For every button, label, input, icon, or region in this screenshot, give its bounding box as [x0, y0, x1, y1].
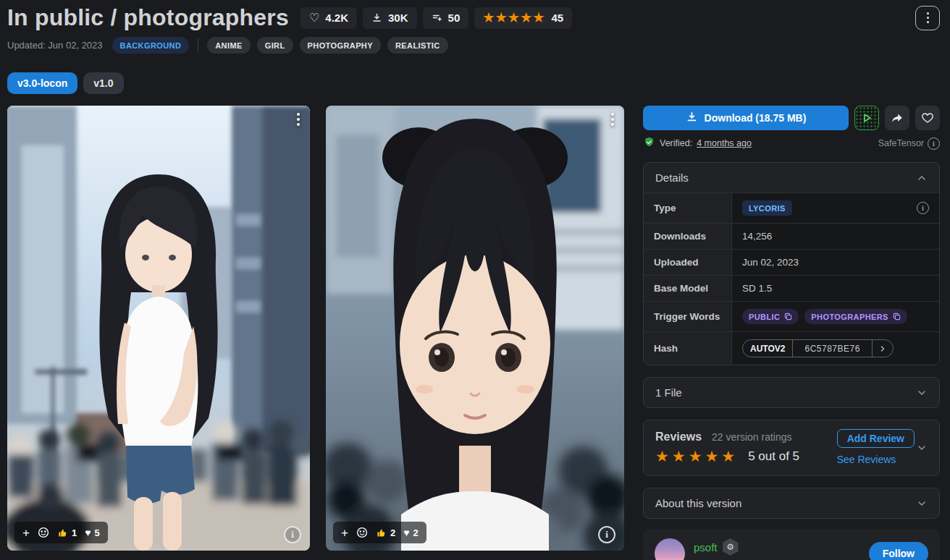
- download-icon: [371, 12, 382, 23]
- rating-stat[interactable]: ★★★★★ 45: [474, 7, 572, 29]
- trigger-word-text: PUBLIC: [749, 313, 780, 321]
- tag-background[interactable]: BACKGROUND: [112, 37, 190, 54]
- detail-row-uploaded: Uploaded Jun 02, 2023: [644, 250, 939, 276]
- reviews-count: 22 version ratings: [712, 431, 792, 443]
- copy-icon: [784, 313, 792, 321]
- rating-count: 45: [551, 12, 563, 24]
- type-label: Type: [644, 193, 732, 223]
- format-info-icon[interactable]: i: [928, 137, 940, 150]
- hash-pill[interactable]: AUTOV2 6C5787BE76: [742, 339, 894, 357]
- likes-stat[interactable]: ♡ 4.2K: [300, 7, 357, 29]
- trigger-word-text: PHOTOGRAPHERS: [811, 313, 888, 321]
- chevron-right-icon: [873, 340, 893, 357]
- tag-photography[interactable]: PHOTOGRAPHY: [300, 37, 381, 54]
- creator-card: psoft ⚙ Joined Dec 02, 2022 Follow ✦: [643, 529, 940, 560]
- heart-reaction[interactable]: ♥ 5: [85, 527, 100, 538]
- page-title: In public / photographers: [7, 4, 289, 31]
- list-plus-icon: [432, 12, 442, 23]
- updated-date: Updated: Jun 02, 2023: [7, 40, 103, 51]
- trigger-words-label: Trigger Words: [644, 302, 732, 331]
- reviews-title: Reviews: [655, 430, 702, 444]
- thumbs-up-count: 1: [72, 527, 77, 538]
- thumbs-up-reaction[interactable]: 2: [376, 527, 395, 538]
- uploaded-label: Uploaded: [644, 250, 732, 275]
- sidebar: Download (18.75 MB) Verified: 4 months a…: [643, 106, 940, 560]
- chevron-down-icon: [916, 498, 928, 509]
- details-panel-header[interactable]: Details: [644, 163, 939, 192]
- page-header: In public / photographers ♡ 4.2K 30K 50 …: [7, 4, 940, 31]
- creator-username[interactable]: psoft: [694, 541, 718, 553]
- downloads-stat[interactable]: 30K: [363, 7, 417, 29]
- trigger-word-photographers[interactable]: PHOTOGRAPHERS: [804, 309, 907, 324]
- verified-row: Verified: 4 months ago SafeTensor i: [643, 136, 940, 150]
- share-button[interactable]: [885, 106, 909, 130]
- reviews-score: 5 out of 5: [748, 449, 799, 464]
- shield-check-icon: [643, 136, 655, 150]
- detail-row-type: Type LYCORIS i: [644, 193, 939, 224]
- gallery-image-1[interactable]: + 1 ♥ 5 i: [7, 106, 310, 551]
- play-icon: [860, 111, 873, 124]
- version-chip-active[interactable]: v3.0-locon: [7, 72, 77, 94]
- image-1-info-button[interactable]: i: [284, 526, 301, 543]
- about-title: About this version: [655, 497, 741, 509]
- tag-girl[interactable]: GIRL: [257, 37, 293, 54]
- thumbs-up-icon: [376, 527, 387, 538]
- share-arrow-icon: [891, 111, 904, 124]
- follow-button[interactable]: Follow: [869, 542, 928, 560]
- add-reaction-button[interactable]: +: [341, 527, 348, 539]
- see-reviews-link[interactable]: See Reviews: [837, 454, 896, 465]
- download-row: Download (18.75 MB): [643, 106, 940, 130]
- tag-realistic[interactable]: REALISTIC: [387, 37, 448, 54]
- heart-icon: ♥: [403, 527, 409, 538]
- download-button-label: Download (18.75 MB): [705, 112, 807, 124]
- detail-row-trigger-words: Trigger Words PUBLIC PHOTOGRAPHERS: [644, 302, 939, 332]
- format-label: SafeTensor: [878, 138, 924, 148]
- meta-row: Updated: Jun 02, 2023 BACKGROUND ANIME G…: [7, 37, 940, 54]
- heart-icon: ♥: [85, 527, 91, 538]
- collections-stat[interactable]: 50: [423, 7, 469, 29]
- base-model-label: Base Model: [644, 276, 732, 301]
- creator-gear-badge-icon: ⚙: [723, 538, 739, 556]
- files-title: 1 File: [655, 386, 682, 399]
- gallery-image-2-art: [326, 106, 624, 551]
- trigger-word-public[interactable]: PUBLIC: [742, 309, 799, 324]
- image-1-kebab-menu[interactable]: [297, 113, 300, 126]
- details-table: Type LYCORIS i Downloads 14,256 Uploaded…: [644, 192, 939, 365]
- gallery-image-2[interactable]: + 2 ♥ 2 i: [326, 106, 624, 551]
- download-icon: [686, 111, 698, 125]
- detail-row-base-model: Base Model SD 1.5: [644, 276, 939, 302]
- page-kebab-menu-button[interactable]: [915, 6, 940, 30]
- about-panel-header[interactable]: About this version: [644, 488, 939, 518]
- download-button[interactable]: Download (18.75 MB): [643, 106, 849, 130]
- add-reaction-button[interactable]: +: [22, 527, 30, 539]
- model-page: In public / photographers ♡ 4.2K 30K 50 …: [0, 0, 950, 560]
- run-model-button[interactable]: [854, 106, 879, 130]
- type-info-icon[interactable]: i: [917, 202, 929, 214]
- tag-anime[interactable]: ANIME: [207, 37, 250, 54]
- version-chip-v1[interactable]: v1.0: [83, 72, 123, 94]
- verified-time-link[interactable]: 4 months ago: [697, 138, 752, 148]
- verified-label: Verified:: [660, 138, 692, 148]
- files-panel-header[interactable]: 1 File: [644, 378, 939, 407]
- image-2-kebab-menu[interactable]: [611, 113, 614, 126]
- downloads-value: 14,256: [732, 224, 939, 249]
- hash-type: AUTOV2: [743, 340, 792, 357]
- hash-label: Hash: [644, 332, 732, 365]
- smiley-reaction-icon[interactable]: [356, 527, 368, 538]
- thumbs-up-icon: [57, 527, 68, 538]
- detail-row-downloads: Downloads 14,256: [644, 224, 939, 250]
- heart-count: 2: [413, 527, 418, 538]
- copy-icon: [893, 313, 901, 321]
- creator-avatar[interactable]: [655, 538, 685, 560]
- add-review-button[interactable]: Add Review: [837, 429, 915, 448]
- chevron-down-icon[interactable]: [916, 442, 928, 454]
- details-title: Details: [655, 171, 689, 184]
- heart-reaction[interactable]: ♥ 2: [403, 527, 419, 538]
- type-value-badge[interactable]: LYCORIS: [742, 200, 792, 216]
- image-1-reactions: + 1 ♥ 5: [14, 522, 108, 543]
- image-2-info-button[interactable]: i: [598, 526, 615, 543]
- hash-value: 6C5787BE76: [792, 340, 872, 357]
- smiley-reaction-icon[interactable]: [38, 527, 49, 538]
- thumbs-up-reaction[interactable]: 1: [57, 527, 77, 538]
- favorite-button[interactable]: [915, 106, 940, 130]
